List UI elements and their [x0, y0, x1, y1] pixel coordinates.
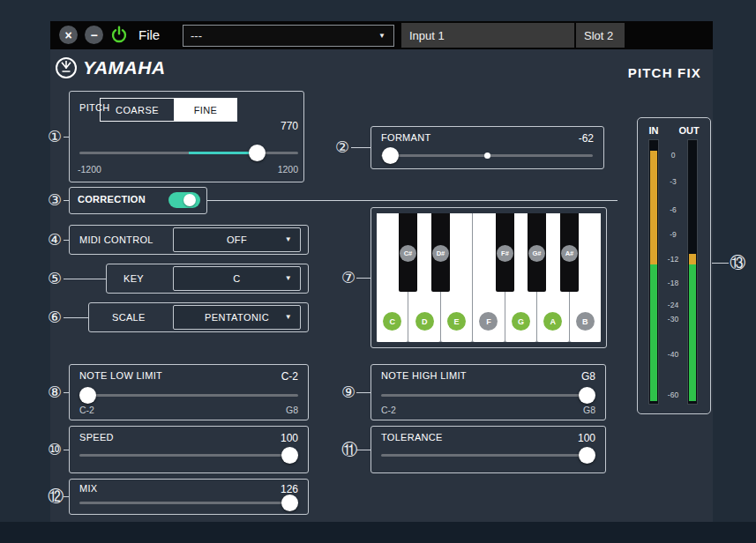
note-high-limit-min-label: C-2 — [381, 405, 396, 415]
annotation-6-line — [64, 317, 88, 318]
chevron-down-icon: ▼ — [285, 236, 292, 243]
annotation-5: ⑤ — [48, 271, 62, 286]
chevron-down-icon: ▼ — [285, 275, 292, 282]
annotation-9: ⑨ — [341, 384, 356, 400]
annotation-9-line — [356, 392, 371, 393]
meter-out-fill-green — [689, 264, 696, 401]
note-low-limit-slider-knob[interactable] — [79, 387, 96, 404]
midi-control-value: OFF — [227, 234, 247, 245]
note-low-limit-slider-track — [79, 394, 298, 397]
pitch-max-label: 1200 — [210, 164, 298, 175]
black-key-f-sharp[interactable]: F# — [496, 213, 514, 292]
pitch-mode-switch: COARSE FINE — [100, 98, 237, 122]
note-high-limit-max-label: G8 — [490, 405, 595, 415]
speed-slider-track — [79, 454, 298, 457]
pitch-slider-knob[interactable] — [249, 145, 266, 161]
speed-label: SPEED — [79, 432, 114, 443]
tolerance-slider[interactable] — [381, 447, 595, 464]
annotation-5-line — [64, 279, 106, 279]
pitch-coarse-button[interactable]: COARSE — [101, 99, 175, 121]
meter-out-label: OUT — [674, 125, 704, 136]
meter-scale-40: -40 — [660, 350, 686, 359]
annotation-12: ⑫ — [48, 488, 64, 504]
note-high-limit-value: G8 — [490, 370, 595, 383]
keyboard-panel: C D E F G A B C# D# — [371, 207, 607, 348]
formant-center-detent — [484, 152, 490, 159]
meter-scale-24: -24 — [660, 301, 686, 309]
note-indicator-e: E — [447, 312, 466, 331]
meter-scale-9: -9 — [660, 230, 686, 239]
note-indicator-g-sharp: G# — [528, 245, 545, 262]
note-indicator-f: F — [479, 312, 498, 331]
annotation-3: ③ — [48, 192, 62, 208]
mix-slider-track — [79, 502, 298, 504]
midi-control-dropdown[interactable]: OFF ▼ — [173, 227, 301, 252]
speed-slider[interactable] — [79, 447, 298, 464]
annotation-11-line — [356, 450, 371, 450]
pitch-min-label: -1200 — [78, 164, 101, 175]
annotation-8: ⑧ — [48, 384, 62, 400]
black-key-g-sharp[interactable]: G# — [528, 213, 546, 292]
piano-keyboard: C D E F G A B C# D# — [377, 213, 601, 342]
note-high-limit-slider-track — [381, 394, 595, 397]
black-key-d-sharp[interactable]: D# — [431, 213, 450, 292]
key-dropdown[interactable]: C ▼ — [173, 266, 301, 291]
correction-toggle[interactable] — [168, 192, 200, 208]
input-channel-field: Input 1 — [401, 23, 574, 48]
minimize-icon: − — [90, 29, 97, 41]
tolerance-value: 100 — [490, 432, 595, 444]
scale-dropdown[interactable]: PENTATONIC ▼ — [173, 305, 301, 330]
midi-control-label: MIDI CONTROL — [79, 234, 153, 245]
meter-out-fill-yellow — [689, 254, 696, 264]
close-icon: × — [64, 29, 71, 41]
meter-out-bar — [687, 139, 698, 405]
annotation-10: ⑩ — [48, 442, 62, 457]
meter-in-bar — [648, 139, 659, 405]
formant-slider[interactable] — [381, 147, 593, 164]
mix-slider[interactable] — [79, 495, 298, 511]
note-low-limit-value: C-2 — [210, 370, 298, 383]
pitch-fine-button[interactable]: FINE — [175, 99, 236, 121]
pitch-slider-fill — [189, 152, 258, 154]
correction-divider-line — [207, 200, 618, 201]
note-low-limit-label: NOTE LOW LIMIT — [79, 370, 162, 381]
formant-slider-knob[interactable] — [382, 147, 399, 164]
formant-label: FORMANT — [381, 132, 430, 143]
pitch-value: 770 — [210, 120, 298, 132]
note-high-limit-slider[interactable] — [381, 387, 595, 404]
annotation-6: ⑥ — [48, 309, 62, 325]
file-menu-label[interactable]: File — [138, 27, 160, 42]
chevron-down-icon: ▼ — [285, 314, 292, 321]
close-button[interactable]: × — [59, 26, 78, 44]
note-high-limit-slider-knob[interactable] — [579, 387, 595, 404]
key-label: KEY — [124, 273, 144, 284]
meter-scale-60: -60 — [660, 391, 686, 399]
brand-wordmark: YAMAHA — [83, 57, 166, 78]
pitch-slider[interactable] — [79, 145, 298, 161]
chevron-down-icon: ▼ — [378, 33, 385, 40]
speed-value: 100 — [210, 432, 298, 444]
yamaha-logo-icon — [55, 56, 78, 79]
power-button[interactable] — [109, 25, 129, 44]
mix-value: 126 — [210, 483, 298, 495]
yamaha-logo: YAMAHA — [55, 56, 166, 79]
annotation-1: ① — [48, 129, 62, 145]
annotation-2: ② — [335, 139, 349, 155]
speed-slider-knob[interactable] — [281, 447, 298, 464]
mix-slider-knob[interactable] — [281, 495, 298, 511]
page-title: PITCH FIX — [565, 65, 701, 80]
annotation-13-line — [712, 263, 729, 264]
pitch-fix-app: × − File --- ▼ Input 1 Slot 2 YAMAHA PIT… — [0, 0, 756, 543]
formant-value: -62 — [488, 132, 594, 145]
note-low-limit-slider[interactable] — [79, 387, 298, 404]
minimize-button[interactable]: − — [85, 26, 103, 44]
tolerance-slider-knob[interactable] — [579, 447, 595, 464]
black-key-c-sharp[interactable]: C# — [399, 213, 417, 292]
annotation-11: ⑪ — [341, 442, 357, 457]
note-indicator-f-sharp: F# — [497, 245, 513, 262]
key-value: C — [233, 273, 240, 284]
file-dropdown[interactable]: --- ▼ — [183, 25, 394, 47]
black-key-a-sharp[interactable]: A# — [560, 213, 579, 292]
note-low-limit-min-label: C-2 — [79, 405, 94, 415]
mix-label: MIX — [79, 483, 97, 494]
